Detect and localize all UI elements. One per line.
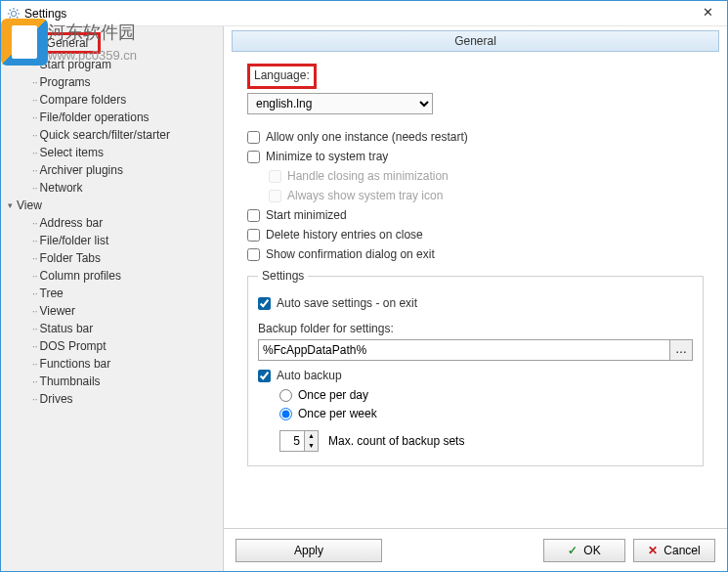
handle-closing-label: Handle closing as minimization: [287, 169, 449, 183]
tree-item-label: DOS Prompt: [40, 339, 107, 353]
tree-item[interactable]: ··File/folder list: [1, 232, 223, 249]
settings-tree[interactable]: ··General··Start program··Programs··Comp…: [1, 26, 224, 571]
tree-item-label: Archiver plugins: [40, 163, 123, 177]
allow-one-instance-label: Allow only one instance (needs restart): [266, 130, 468, 144]
spinner-down-icon[interactable]: ▼: [305, 441, 318, 451]
tree-item[interactable]: ··Column profiles: [1, 267, 223, 285]
panel-title: General: [232, 30, 719, 52]
delete-history-label: Delete history entries on close: [266, 228, 423, 242]
tree-item[interactable]: ··Functions bar: [1, 355, 223, 373]
footer: Apply ✓OK ✕Cancel: [224, 528, 727, 571]
browse-button[interactable]: …: [669, 339, 693, 361]
apply-button[interactable]: Apply: [236, 539, 382, 562]
tree-item[interactable]: ··Compare folders: [1, 91, 223, 109]
tree-item[interactable]: ··DOS Prompt: [1, 337, 223, 355]
ok-button[interactable]: ✓OK: [543, 539, 625, 562]
tree-item[interactable]: ··Viewer: [1, 302, 223, 320]
tree-item-label: File/folder list: [40, 234, 109, 247]
check-icon: ✓: [568, 544, 578, 557]
close-button[interactable]: ✕: [688, 1, 727, 24]
tree-item-label: Compare folders: [40, 93, 127, 107]
max-backup-spinner[interactable]: 5 ▲▼: [279, 430, 319, 452]
once-per-week-radio[interactable]: [279, 408, 292, 420]
tree-item-label: Programs: [40, 75, 91, 89]
tree-item[interactable]: ··Network: [1, 179, 223, 197]
tree-item-label: Column profiles: [40, 269, 121, 283]
tree-item[interactable]: ··Quick search/filter/starter: [1, 126, 223, 144]
cancel-button[interactable]: ✕Cancel: [633, 539, 715, 562]
settings-group: Settings Auto save settings - on exit Ba…: [247, 269, 704, 466]
minimize-tray-checkbox[interactable]: [247, 151, 260, 163]
tree-item-label: Viewer: [40, 304, 75, 318]
spinner-up-icon[interactable]: ▲: [305, 431, 318, 441]
settings-group-legend: Settings: [258, 269, 308, 283]
max-backup-label: Max. count of backup sets: [328, 434, 464, 448]
tree-item[interactable]: ··Select items: [1, 144, 223, 161]
autobackup-label: Auto backup: [277, 369, 342, 382]
confirm-exit-checkbox[interactable]: [247, 248, 260, 261]
collapse-icon: ▾: [5, 200, 15, 210]
tree-item[interactable]: ··Status bar: [1, 320, 223, 337]
always-show-tray-label: Always show system tray icon: [287, 189, 443, 202]
autobackup-checkbox[interactable]: [258, 370, 271, 382]
tree-item-label: Functions bar: [40, 357, 111, 371]
tree-item-label: Folder Tabs: [40, 251, 101, 265]
tree-item-label: Status bar: [40, 322, 94, 335]
backup-folder-label: Backup folder for settings:: [258, 322, 693, 335]
x-icon: ✕: [648, 544, 658, 557]
once-per-day-label: Once per day: [298, 388, 368, 402]
svg-point-0: [11, 11, 16, 16]
start-minimized-label: Start minimized: [266, 208, 347, 222]
tree-item[interactable]: ··Folder Tabs: [1, 249, 223, 267]
autosave-label: Auto save settings - on exit: [277, 296, 417, 310]
handle-closing-checkbox: [269, 170, 281, 183]
tree-item[interactable]: ··Thumbnails: [1, 373, 223, 390]
tree-item-label: Select items: [40, 146, 104, 159]
delete-history-checkbox[interactable]: [247, 229, 260, 242]
backup-folder-input[interactable]: [258, 339, 670, 361]
tree-item[interactable]: ▾View: [1, 197, 223, 214]
tree-item-label: File/folder operations: [40, 110, 150, 124]
tree-item-label: Drives: [40, 392, 73, 406]
tree-item[interactable]: ··Drives: [1, 390, 223, 408]
tree-item[interactable]: ··File/folder operations: [1, 109, 223, 126]
tree-item[interactable]: ··Programs: [1, 73, 223, 91]
watermark-url: www.pc0359.cn: [48, 48, 137, 63]
confirm-exit-label: Show confirmation dialog on exit: [266, 247, 435, 261]
watermark-text: 河东软件园: [48, 21, 136, 44]
allow-one-instance-checkbox[interactable]: [247, 131, 260, 144]
language-select[interactable]: english.lng: [247, 93, 433, 114]
autosave-checkbox[interactable]: [258, 297, 271, 310]
language-label: Language:: [254, 68, 310, 82]
tree-item[interactable]: ··Archiver plugins: [1, 161, 223, 179]
always-show-tray-checkbox: [269, 190, 281, 202]
tree-item[interactable]: ··Address bar: [1, 214, 223, 232]
once-per-week-label: Once per week: [298, 407, 377, 420]
tree-item-label: Quick search/filter/starter: [40, 128, 170, 142]
tree-item-label: Thumbnails: [40, 374, 101, 388]
minimize-tray-label: Minimize to system tray: [266, 150, 388, 163]
max-backup-value: 5: [280, 431, 304, 451]
tree-item-label: Network: [40, 181, 83, 195]
tree-item-label: Address bar: [40, 216, 104, 230]
tree-item-label: View: [17, 198, 42, 212]
once-per-day-radio[interactable]: [279, 389, 292, 402]
watermark-logo: [1, 19, 48, 66]
tree-item-label: Tree: [40, 286, 64, 300]
tree-item[interactable]: ··Tree: [1, 285, 223, 302]
start-minimized-checkbox[interactable]: [247, 209, 260, 222]
